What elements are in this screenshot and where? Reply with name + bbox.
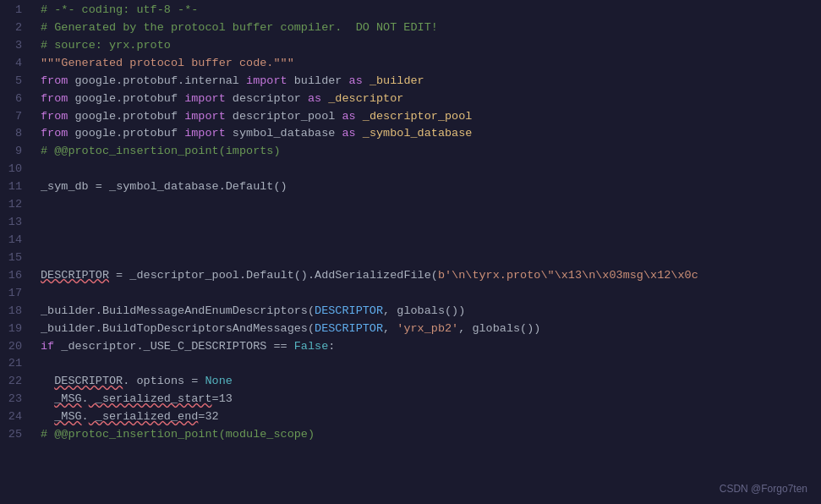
token: = [184,375,205,387]
line-number: 15 [7,249,22,267]
code-line: _MSG. _serialized_end=32 [41,408,821,426]
token: _builder [41,304,96,317]
token: google.protobuf.internal [68,74,246,87]
token: descriptor_pool [226,110,342,123]
token: as [342,127,355,140]
token: # @@protoc_insertion_point(imports) [41,145,281,157]
code-line: from google.protobuf import descriptor a… [41,90,821,108]
line-number: 23 [7,391,22,408]
code-line [41,355,821,373]
token: from [41,74,68,87]
code-line: DESCRIPTOR = _descriptor_pool.Default().… [41,267,821,285]
code-line: """Generated protocol buffer code.""" [41,55,821,73]
line-number: 13 [7,214,22,232]
code-line [41,196,821,214]
line-number: 19 [7,320,22,338]
token: descriptor [226,92,308,105]
code-line: from google.protobuf import descriptor_p… [41,108,821,126]
token: from [41,92,68,105]
line-number: 24 [7,408,22,426]
code-line: # @@protoc_insertion_point(module_scope) [41,426,821,444]
token: """Generated protocol buffer code.""" [41,57,294,69]
token: _descriptor_pool [129,269,239,282]
token: =13 [212,392,233,405]
token: _descriptor [54,340,136,353]
token: b'\n\tyrx.proto\"\x13\n\x03msg\x12\x0c [438,269,698,282]
token: if [41,340,54,353]
line-number: 25 [7,426,22,444]
line-number: 10 [7,161,22,178]
code-line: from google.protobuf import symbol_datab… [41,125,821,143]
token [41,392,54,405]
token: 'yrx_pb2' [397,322,458,335]
token: . [82,392,89,405]
line-number: 22 [7,373,22,391]
code-line [41,232,821,249]
token: google.protobuf [68,127,184,140]
line-number: 7 [7,108,22,126]
token: _USE_C_DESCRIPTORS [144,340,267,353]
token: builder [287,74,349,87]
code-line: _builder.BuildMessageAndEnumDescriptors(… [41,303,821,320]
token: _serialized_start [89,392,212,405]
code-line: # @@protoc_insertion_point(imports) [41,143,821,161]
token [41,410,54,423]
token: import [246,74,287,87]
code-line [41,249,821,267]
token: as [308,92,321,105]
token: # source: yrx.proto [41,39,171,52]
token: , globals()) [458,322,540,335]
token: DESCRIPTOR [41,269,109,282]
line-number: 14 [7,232,22,249]
token: : [328,340,335,353]
code-line: # Generated by the protocol buffer compi… [41,19,821,37]
code-line: _MSG. _serialized_start=13 [41,391,821,408]
line-number: 5 [7,73,22,90]
token: . [136,340,143,353]
token: DESCRIPTOR [54,375,123,387]
token: # -*- coding: utf-8 -*- [41,3,198,16]
token: . [82,410,89,423]
code-line [41,214,821,232]
token: None [205,375,232,387]
token: _descriptor [321,92,403,105]
code-line: _sym_db = _symbol_database.Default() [41,178,821,196]
code-line: from google.protobuf.internal import bui… [41,73,821,90]
token: symbol_database [226,127,342,140]
token: _sym_db [41,180,89,193]
line-number: 8 [7,125,22,143]
token: False [294,340,329,353]
token: =32 [198,410,218,423]
code-line [41,161,821,178]
token: as [342,110,355,123]
token: options [129,375,184,387]
token: _symbol_database [356,127,473,140]
watermark: CSDN @Forgo7ten [720,481,807,497]
token: DESCRIPTOR [315,304,383,317]
code-editor: 1234567891011121314151617181920212223242… [0,0,821,504]
token: DESCRIPTOR [315,322,383,335]
token: _descriptor_pool [356,110,473,123]
code-area[interactable]: # -*- coding: utf-8 -*-# Generated by th… [30,0,821,504]
token: as [349,74,363,87]
token: # @@protoc_insertion_point(module_scope) [41,428,315,441]
token: _builder [363,74,424,87]
line-number: 2 [7,19,22,37]
token: import [184,127,226,140]
line-number: 21 [7,355,22,373]
line-number: 18 [7,303,22,320]
code-line [41,285,821,303]
token: == [266,340,293,353]
line-number: 20 [7,338,22,356]
token: , globals()) [383,304,465,317]
code-line: DESCRIPTOR. options = None [41,373,821,391]
token: # Generated by the protocol buffer compi… [41,21,438,34]
line-number: 6 [7,90,22,108]
token: _MSG [54,410,81,423]
code-line: _builder.BuildTopDescriptorsAndMessages(… [41,320,821,338]
token: import [184,110,226,123]
token: from [41,127,68,140]
token: google.protobuf [68,92,184,105]
line-number: 9 [7,143,22,161]
token: .BuildMessageAndEnumDescriptors( [96,304,315,317]
